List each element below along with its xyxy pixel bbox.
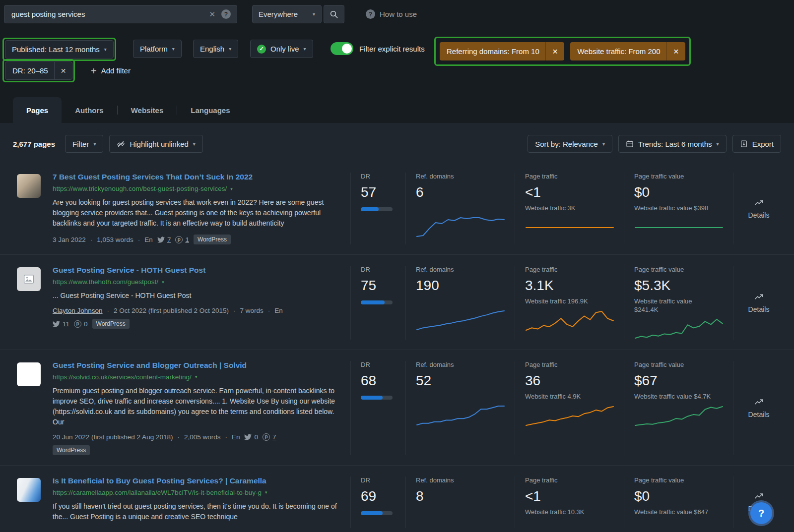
page-social-meta: 11 p 0 WordPress [53, 319, 339, 329]
export-button[interactable]: Export [732, 135, 781, 153]
twitter-shares[interactable]: 0 [244, 433, 258, 441]
twitter-count[interactable]: 11 [63, 320, 69, 328]
page-thumbnail [17, 478, 41, 502]
website-traffic-value: Website traffic value $647 [634, 508, 724, 516]
website-traffic-filter-chip[interactable]: Website traffic: From 200 ✕ [570, 42, 685, 60]
result-row: Is It Beneficial to Buy Guest Posting Se… [0, 465, 794, 532]
separator-dot: · [233, 307, 236, 314]
tab-pages-label: Pages [26, 106, 48, 115]
page-traffic-value: 36 [525, 373, 624, 388]
pinterest-shares[interactable]: p 1 [175, 236, 189, 243]
tab-languages[interactable]: Languages [177, 97, 243, 123]
twitter-count[interactable]: 7 [167, 236, 171, 243]
page-description: Are you looking for guest posting servic… [53, 197, 339, 229]
word-count: 1,053 words [97, 236, 133, 243]
dr-column-label: DR [361, 173, 405, 180]
publish-date: 2 Oct 2022 (first published 2 Oct 2015) [114, 307, 229, 314]
page-url-text: https://www.thehoth.com/guestpost/ [53, 278, 158, 286]
image-placeholder-icon [22, 272, 36, 286]
trends-dropdown[interactable]: Trends: Last 6 months ▾ [618, 135, 727, 153]
search-input[interactable] [10, 9, 209, 19]
remove-filter-icon[interactable]: ✕ [545, 42, 565, 60]
page-url-text: https://www.trickyenough.com/best-guest-… [53, 185, 227, 192]
traffic-value: $5.3K [634, 278, 733, 293]
highlight-unlinked-dropdown[interactable]: Highlight unlinked ▾ [109, 135, 202, 153]
tab-websites-label: Websites [131, 106, 164, 115]
page-meta: 20 Jun 2022 (first published 2 Aug 2018)… [53, 433, 339, 441]
page-title-link[interactable]: Guest Posting Service - HOTH Guest Post [53, 266, 339, 275]
referring-domains-filter-chip[interactable]: Referring domains: From 10 ✕ [440, 42, 564, 60]
twitter-shares[interactable]: 7 [157, 236, 171, 243]
tab-pages[interactable]: Pages [13, 97, 62, 123]
search-button[interactable] [324, 5, 344, 23]
page-thumbnail [17, 267, 41, 291]
sort-dropdown[interactable]: Sort by: Relevance ▾ [528, 135, 612, 153]
details-label: Details [748, 305, 770, 313]
pinterest-count[interactable]: 0 [84, 320, 88, 328]
filter-dropdown[interactable]: Filter ▾ [65, 135, 103, 153]
details-label: Details [748, 211, 770, 219]
platform-badge[interactable]: WordPress [53, 445, 90, 455]
dr-bar-fill [361, 396, 383, 400]
published-filter-dropdown[interactable]: Published: Last 12 months ▾ [5, 40, 114, 59]
remove-filter-icon[interactable]: ✕ [54, 62, 72, 79]
search-box[interactable]: ✕ ? [4, 5, 237, 23]
url-chevron-icon[interactable]: ▾ [162, 280, 164, 285]
help-fab-button[interactable]: ? [750, 502, 772, 524]
export-icon [740, 140, 748, 148]
ref-domains-value: 52 [416, 373, 515, 388]
published-filter-label: Published: Last 12 months [12, 45, 100, 54]
pinterest-count[interactable]: 7 [272, 433, 276, 441]
only-live-filter-dropdown[interactable]: ✓ Only live ▾ [250, 40, 313, 58]
search-help-icon[interactable]: ? [221, 9, 231, 19]
dr-bar [361, 511, 393, 515]
language-tag: En [144, 236, 153, 243]
page-social-meta: WordPress [53, 445, 339, 455]
how-to-use[interactable]: ? How to use [366, 5, 417, 23]
language-filter-dropdown[interactable]: English ▾ [193, 40, 238, 58]
dr-column-label: DR [361, 266, 405, 273]
word-count: 2,005 words [184, 433, 221, 441]
chevron-down-icon: ▾ [229, 46, 231, 52]
page-url[interactable]: https://www.trickyenough.com/best-guest-… [53, 185, 339, 192]
pinterest-icon: p [175, 236, 183, 243]
details-button[interactable]: Details [733, 266, 784, 340]
page-traffic-column-label: Page traffic [525, 361, 624, 368]
ref-domains-value: 6 [416, 185, 515, 199]
add-filter-button[interactable]: + Add filter [91, 61, 131, 80]
scope-dropdown[interactable]: Everywhere ▾ [252, 5, 322, 23]
url-chevron-icon[interactable]: ▾ [265, 490, 267, 495]
url-chevron-icon[interactable]: ▾ [230, 186, 233, 191]
pinterest-count[interactable]: 1 [185, 236, 189, 243]
page-title-link[interactable]: Is It Beneficial to Buy Guest Posting Se… [53, 476, 339, 485]
explicit-results-toggle[interactable] [331, 42, 353, 55]
platform-filter-dropdown[interactable]: Platform ▾ [133, 40, 182, 58]
page-url[interactable]: https://caramellaapp.com/lailanaila/eWL7… [53, 489, 339, 496]
dr-chip-label: DR: 20–85 [12, 66, 48, 75]
page-url[interactable]: https://www.thehoth.com/guestpost/ ▾ [53, 278, 339, 286]
dr-filter-chip[interactable]: DR: 20–85 ✕ [5, 61, 72, 80]
details-button[interactable]: Details [733, 361, 784, 455]
pinterest-shares[interactable]: p 0 [74, 320, 88, 328]
url-chevron-icon[interactable]: ▾ [195, 374, 198, 379]
chevron-down-icon: ▾ [313, 11, 315, 17]
page-description: If you still haven't tried out guest pos… [53, 501, 339, 522]
page-traffic-value: <1 [525, 185, 624, 199]
clear-search-icon[interactable]: ✕ [209, 10, 215, 19]
page-title-link[interactable]: 7 Best Guest Posting Services That Don’t… [53, 173, 339, 181]
platform-badge[interactable]: WordPress [194, 235, 231, 244]
page-title-link[interactable]: Guest Posting Service and Blogger Outrea… [53, 361, 339, 370]
separator-dot: · [177, 433, 180, 441]
remove-filter-icon[interactable]: ✕ [666, 42, 686, 60]
pinterest-shares[interactable]: p 7 [263, 433, 276, 441]
platform-badge[interactable]: WordPress [92, 319, 130, 329]
tab-websites[interactable]: Websites [118, 97, 177, 123]
tab-authors[interactable]: Authors [62, 97, 117, 123]
details-button[interactable]: Details [733, 173, 784, 244]
twitter-count[interactable]: 0 [254, 433, 258, 441]
plus-icon: + [91, 66, 97, 76]
author-link[interactable]: Clayton Johnson [53, 307, 103, 314]
dr-bar-fill [361, 511, 383, 515]
page-url[interactable]: https://solvid.co.uk/services/content-ma… [53, 373, 339, 381]
twitter-shares[interactable]: 11 [53, 320, 69, 328]
